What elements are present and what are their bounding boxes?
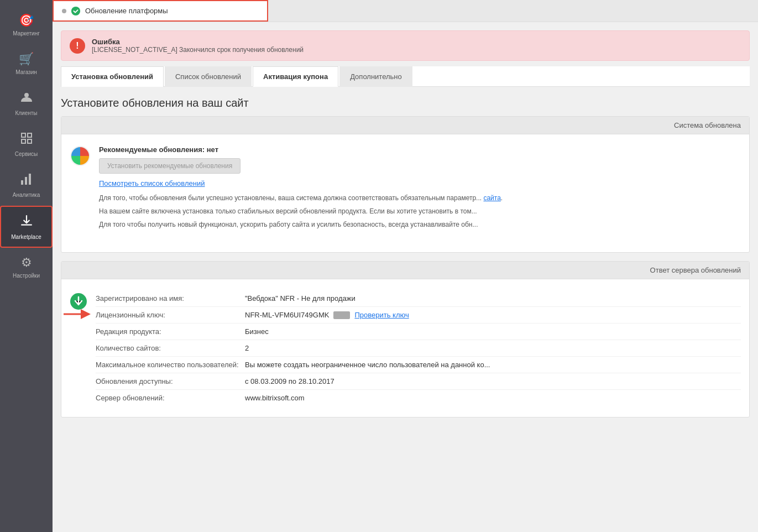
sidebar-item-shop[interactable]: 🛒 Магазин: [0, 44, 53, 83]
arrow-indicator: [62, 308, 93, 320]
view-list-link[interactable]: Посмотреть список обновлений: [99, 179, 741, 187]
content-area: ! Ошибка [LICENSE_NOT_ACTIVE_A] Закончил…: [53, 22, 758, 532]
marketplace-icon: [19, 213, 34, 231]
label-updates-avail: Обновления доступны:: [96, 377, 245, 385]
svg-rect-2: [28, 133, 32, 137]
sidebar-item-marketplace[interactable]: Marketplace: [0, 206, 53, 248]
key-hidden-part: [333, 311, 350, 319]
analytics-icon: [20, 173, 33, 189]
table-row: Редакция продукта: Бизнес: [96, 324, 741, 340]
value-update-server: www.bitrixsoft.com: [245, 394, 741, 402]
recommended-value: нет: [207, 145, 218, 154]
sidebar: 🎯 Маркетинг 🛒 Магазин Клиенты Сервисы Ан…: [0, 0, 53, 532]
info-text-3: Для того чтобы получить новый функционал…: [99, 220, 741, 230]
svg-rect-4: [28, 139, 32, 143]
server-card: Ответ сервера обновлений Зарегистрирован…: [61, 261, 750, 418]
label-registered: Зарегистрировано на имя:: [96, 294, 245, 302]
shop-icon: 🛒: [19, 52, 34, 66]
svg-rect-3: [22, 139, 25, 143]
svg-point-0: [24, 93, 29, 97]
table-row: Максимальное количество пользователей: В…: [96, 357, 741, 373]
label-update-server: Сервер обновлений:: [96, 394, 245, 402]
sidebar-label-settings: Настройки: [13, 273, 40, 279]
recommended-row: Рекомендуемые обновления: нет Установить…: [70, 145, 741, 233]
value-sites: 2: [245, 344, 741, 352]
recommended-label: Рекомендуемые обновления: нет: [99, 145, 741, 154]
services-icon: [20, 132, 33, 148]
table-row: Сервер обновлений: www.bitrixsoft.com: [96, 390, 741, 406]
sidebar-label-services: Сервисы: [15, 151, 38, 157]
sidebar-item-marketing[interactable]: 🎯 Маркетинг: [0, 6, 53, 44]
system-card-body: Рекомендуемые обновления: нет Установить…: [61, 134, 749, 252]
sidebar-item-clients[interactable]: Клиенты: [0, 83, 53, 124]
error-title: Ошибка: [92, 38, 304, 46]
bitrix-logo: [70, 145, 91, 166]
table-row: Обновления доступны: с 08.03.2009 по 28.…: [96, 373, 741, 390]
sidebar-item-settings[interactable]: ⚙ Настройки: [0, 248, 53, 286]
site-link[interactable]: сайта: [483, 194, 500, 202]
breadcrumb-text: Обновление платформы: [85, 7, 168, 15]
sidebar-item-services[interactable]: Сервисы: [0, 124, 53, 165]
info-text-2: На вашем сайте включена установка только…: [99, 206, 741, 216]
verify-key-link[interactable]: Проверить ключ: [354, 311, 409, 319]
svg-rect-1: [22, 133, 25, 137]
error-message: [LICENSE_NOT_ACTIVE_A] Закончился срок п…: [92, 46, 304, 54]
label-license-key: Лицензионный ключ:: [96, 311, 245, 319]
svg-rect-5: [21, 180, 23, 185]
sidebar-label-analytics: Аналитика: [13, 192, 40, 198]
breadcrumb-dot: [62, 9, 66, 13]
error-banner: ! Ошибка [LICENSE_NOT_ACTIVE_A] Закончил…: [61, 30, 750, 61]
install-updates-button[interactable]: Установить рекомендуемые обновления: [99, 158, 241, 174]
tab-list[interactable]: Список обновлений: [165, 66, 252, 87]
info-text-1: Для того, чтобы обновления были успешно …: [99, 193, 741, 203]
tabs-bar: Установка обновлений Список обновлений А…: [61, 66, 750, 87]
tab-extra[interactable]: Дополнительно: [339, 66, 412, 87]
table-row: Зарегистрировано на имя: "Вебдока" NFR -…: [96, 290, 741, 307]
sidebar-label-marketplace: Marketplace: [11, 234, 41, 240]
server-table: Зарегистрировано на имя: "Вебдока" NFR -…: [96, 290, 741, 406]
marketing-icon: 🎯: [19, 13, 34, 28]
table-row: Количество сайтов: 2: [96, 340, 741, 357]
tab-install[interactable]: Установка обновлений: [61, 66, 164, 87]
tab-coupon[interactable]: Активация купона: [253, 66, 338, 87]
clients-icon: [20, 91, 33, 107]
system-card: Система обновлена: [61, 116, 750, 253]
page-title: Установите обновления на ваш сайт: [53, 87, 758, 116]
topbar-right: [268, 0, 758, 22]
key-text: NFR-ML-VFM6UI749GMK: [245, 311, 329, 319]
recommended-content: Рекомендуемые обновления: нет Установить…: [99, 145, 741, 233]
server-card-body: Зарегистрировано на имя: "Вебдока" NFR -…: [61, 279, 749, 417]
table-row: Лицензионный ключ: NFR-ML-VFM6UI749GMK П…: [96, 307, 741, 324]
error-icon: !: [70, 38, 85, 54]
sidebar-label-clients: Клиенты: [15, 110, 37, 116]
server-row: Зарегистрировано на имя: "Вебдока" NFR -…: [70, 290, 741, 406]
update-icon: [71, 6, 81, 16]
system-card-header: Система обновлена: [61, 117, 749, 134]
label-edition: Редакция продукта:: [96, 327, 245, 336]
breadcrumb: Обновление платформы: [53, 0, 268, 22]
svg-point-8: [71, 6, 80, 15]
main-area: Обновление платформы ! Ошибка [LICENSE_N…: [53, 0, 758, 532]
settings-icon: ⚙: [21, 255, 32, 270]
value-edition: Бизнес: [245, 327, 741, 336]
server-card-header: Ответ сервера обновлений: [61, 262, 749, 279]
value-license-key: NFR-ML-VFM6UI749GMK Проверить ключ: [245, 311, 741, 319]
label-max-users: Максимальное количество пользователей:: [96, 361, 245, 369]
topbar: Обновление платформы: [53, 0, 758, 22]
value-registered: "Вебдока" NFR - Не для продажи: [245, 294, 741, 302]
svg-rect-7: [29, 174, 31, 185]
value-max-users: Вы можете создать неограниченное число п…: [245, 361, 741, 369]
sidebar-label-shop: Магазин: [15, 69, 37, 75]
error-content: Ошибка [LICENSE_NOT_ACTIVE_A] Закончился…: [92, 38, 304, 54]
svg-rect-6: [25, 177, 27, 185]
sidebar-item-analytics[interactable]: Аналитика: [0, 165, 53, 206]
label-sites: Количество сайтов:: [96, 344, 245, 352]
sidebar-label-marketing: Маркетинг: [13, 30, 40, 36]
value-updates-avail: с 08.03.2009 по 28.10.2017: [245, 377, 741, 385]
